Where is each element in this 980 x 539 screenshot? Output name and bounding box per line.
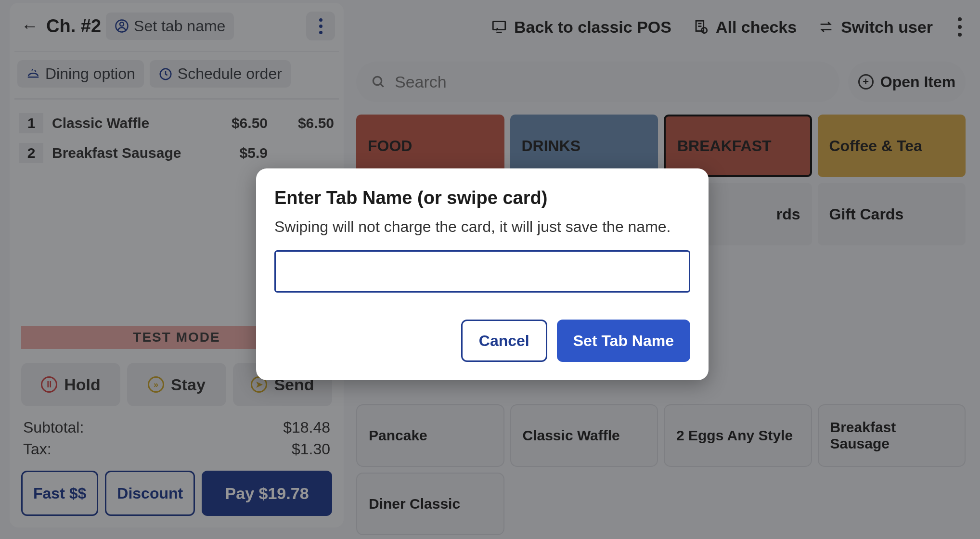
modal-title: Enter Tab Name (or swipe card) [274,188,690,208]
modal-actions: Cancel Set Tab Name [274,320,690,362]
pos-screen: ← Ch. #2 Set tab name Dining option [0,0,980,539]
tab-name-modal: Enter Tab Name (or swipe card) Swiping w… [256,168,709,380]
modal-subtitle: Swiping will not charge the card, it wil… [274,218,690,236]
tab-name-input[interactable] [274,250,690,293]
cancel-button[interactable]: Cancel [461,320,547,362]
set-tab-name-button[interactable]: Set Tab Name [557,320,690,362]
